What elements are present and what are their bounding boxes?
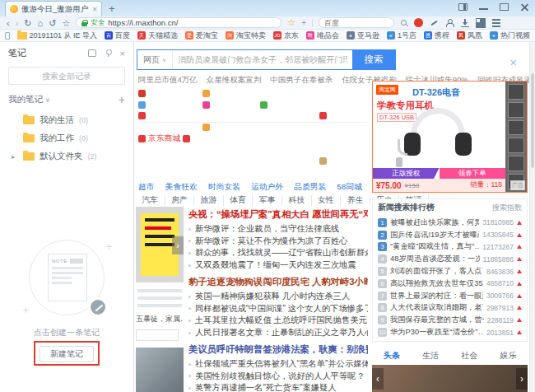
site-link[interactable]: 傲游哈哈	[260, 100, 319, 111]
bookmark-folder[interactable]: 20191101 从 IE 导入	[17, 30, 97, 41]
chevron-down-icon[interactable]: ∨	[45, 96, 119, 104]
page-scrollbar[interactable]	[529, 42, 535, 392]
news-item[interactable]: 又双叒叕地震了！缅甸一天内连发三次地震	[188, 259, 368, 272]
bookmark-item[interactable]: 百 百度	[105, 30, 130, 41]
news-photo-thumbnail[interactable]	[136, 348, 184, 392]
notes-folder-row[interactable]: 我的生活 (0)	[0, 111, 133, 129]
bookmark-item[interactable]: a 亚马逊	[347, 30, 379, 41]
site-link[interactable]: 优酷	[202, 110, 260, 122]
site-link[interactable]: 斗鱼直播	[319, 133, 370, 144]
home-icon[interactable]: ⌂	[38, 17, 44, 29]
site-link[interactable]: 华为商城	[319, 166, 370, 178]
site-link[interactable]: 拼多多	[138, 166, 202, 178]
bottom-tab[interactable]: 头条	[372, 347, 411, 366]
news-category-tab[interactable]: 旅游	[194, 195, 224, 206]
news-category-tab[interactable]: 汽车	[136, 195, 165, 206]
bookmark-item[interactable]: JD 京东	[273, 30, 299, 41]
news-item[interactable]: 央视：“操场埋尸案”真相大白 愿世间再无“邓…	[188, 208, 368, 221]
bookmark-item[interactable]: 唯 唯品会	[306, 30, 339, 41]
notes-folder-row[interactable]: 我的工作 (0)	[0, 129, 133, 147]
news-item[interactable]: 英警方再逮捕一名“死亡货车”案嫌疑人	[188, 382, 368, 392]
news-item[interactable]: 英国一精神病嫌犯获释 几小时内连杀三人	[188, 291, 368, 303]
refresh-icon[interactable]: ↻	[24, 17, 31, 29]
hotword-link[interactable]: 中国男子在泰被杀	[270, 75, 333, 86]
carousel-prev-icon[interactable]: ‹	[372, 368, 384, 390]
site-link[interactable]: 头条新闻	[138, 110, 202, 122]
page-search-input[interactable]	[173, 50, 352, 69]
favorite-star-icon[interactable]: ☆	[287, 17, 295, 28]
bookmark-item[interactable]: 凤 凤凰	[457, 30, 482, 41]
site-link[interactable]: 驴妈妈	[138, 156, 202, 167]
shop-category-link[interactable]: 58同城	[337, 182, 362, 193]
news-item[interactable]: 同样都被说成“中国间谍” 这个女人的下场惨多了	[188, 303, 368, 315]
scrollbar-thumb[interactable]	[531, 73, 534, 168]
ad-thumbnail-strip[interactable]	[505, 82, 527, 192]
site-link[interactable]: 携程机票	[319, 122, 370, 133]
news-item[interactable]: 社保领域严重失信将被列入“黑名单”并公示媒体	[188, 358, 368, 371]
shop-category-link[interactable]: 时尚女装	[208, 182, 240, 193]
news-category-tab[interactable]: 女性	[312, 195, 342, 206]
news-category-tab[interactable]: 养生	[341, 195, 370, 206]
search-icon[interactable]	[400, 19, 408, 27]
hotword-link[interactable]: 阿里总市值4万亿	[138, 75, 198, 86]
ranking-row[interactable]: 3 “黄金瞳”因戏生情，真与“… 12173267	[378, 241, 522, 254]
news-category-tab[interactable]: 科技	[282, 195, 312, 206]
bookmark-item[interactable]: 爱 爱淘宝	[185, 30, 218, 41]
site-link[interactable]: 12306 · 火车票	[260, 122, 319, 133]
bookmark-item[interactable]: e 1号店	[387, 30, 416, 41]
close-notes-icon[interactable]: ×	[120, 49, 125, 58]
bookmark-item[interactable]: e 热门视频	[490, 30, 530, 41]
maximize-button[interactable]	[499, 2, 509, 12]
site-link[interactable]: 网易严选	[319, 156, 370, 167]
bookmark-item[interactable]: 淘 淘宝特卖	[226, 30, 266, 41]
shop-category-link[interactable]: 品质男装	[294, 182, 326, 193]
shop-category-link[interactable]: 超市	[138, 182, 155, 193]
add-favorite-icon[interactable]: +	[301, 18, 306, 27]
new-note-button[interactable]: 新建笔记	[40, 346, 94, 362]
news-category-tab[interactable]: 房产	[165, 195, 195, 206]
shop-category-link[interactable]: 运动户外	[251, 182, 283, 193]
undo-icon[interactable]: ↺	[49, 17, 56, 29]
close-window-button[interactable]	[519, 2, 530, 12]
forward-icon[interactable]: ›	[16, 17, 19, 29]
account-icon[interactable]	[444, 18, 454, 27]
site-link[interactable]: 亚马逊	[202, 88, 260, 100]
ranking-row[interactable]: 4 48岁周迅首谈恋爱观：一次离… 11865886	[378, 253, 522, 265]
new-tab-button[interactable]: +	[109, 2, 115, 15]
quick-search-input[interactable]	[324, 19, 388, 27]
note-pen-icon[interactable]	[429, 18, 439, 27]
notes-search[interactable]	[8, 67, 125, 85]
ranking-row[interactable]: 10 华为P30一夜跌至“清仓价”… 2013851	[378, 326, 522, 338]
site-link[interactable]: 珍爱网	[260, 144, 319, 156]
back-icon[interactable]: ‹	[7, 17, 10, 29]
expand-arrow-icon[interactable]: ▸	[12, 153, 18, 161]
my-notes-label[interactable]: 我的笔记	[8, 94, 43, 105]
ranking-row[interactable]: 6 高以翔抢救无效去世年仅35… 4658710	[378, 278, 522, 290]
taobao-ad[interactable]: 淘宝网 DT-326电音 学教专用耳机 DT-326 USB 正版授权 领券下单	[372, 81, 528, 193]
ad-ribbon-right[interactable]: 领券下单	[440, 168, 506, 179]
site-link[interactable]: 58招聘	[202, 166, 260, 178]
news-item[interactable]: 豹子追逐宠物狗误闯印度民宅 人豹对峙3小时	[188, 276, 368, 288]
hotword-link[interactable]: 众星维权案宣判	[207, 75, 262, 86]
carousel-next-icon[interactable]: ›	[172, 236, 184, 254]
star-icon[interactable]: ☆	[62, 17, 70, 29]
site-link[interactable]: 凤凰网	[138, 88, 202, 100]
news-item[interactable]: 新华微评：企业裁员，当守住法律底线	[188, 223, 368, 236]
news-image-carousel[interactable]: ›	[136, 207, 184, 282]
ranking-row[interactable]: 8 人大代表提议取消婚期，老百… 2987913	[378, 302, 522, 315]
notes-folder-row[interactable]: ▸ 默认文件夹 (2)	[0, 147, 133, 166]
minimize-button[interactable]	[478, 2, 489, 12]
ranking-row[interactable]: 5 刘涛的面馆开张了，客人点了… 8463836	[378, 265, 522, 278]
site-link[interactable]: 东方购物	[260, 166, 319, 178]
detach-window-icon[interactable]	[87, 49, 97, 58]
news-item[interactable]: 美议员呼吁特朗普签涉港法案，耿爽：别浪费美…	[188, 343, 368, 356]
site-link[interactable]: 淘宝狂欢购	[202, 133, 260, 144]
site-link[interactable]: 中华网军事	[138, 122, 202, 133]
browser-tab[interactable]: 傲游今日_傲游用户专属的... ×	[5, 1, 102, 16]
site-link[interactable]: 豆瓣 · 天涯	[138, 144, 202, 156]
search-scope-dropdown[interactable]: 网页 ∨	[137, 50, 173, 69]
bottom-tab[interactable]: 生活	[411, 347, 449, 366]
site-link[interactable]: 京东商城	[138, 133, 202, 144]
site-link[interactable]: 聚划算	[319, 110, 370, 122]
download-icon[interactable]	[460, 18, 470, 27]
